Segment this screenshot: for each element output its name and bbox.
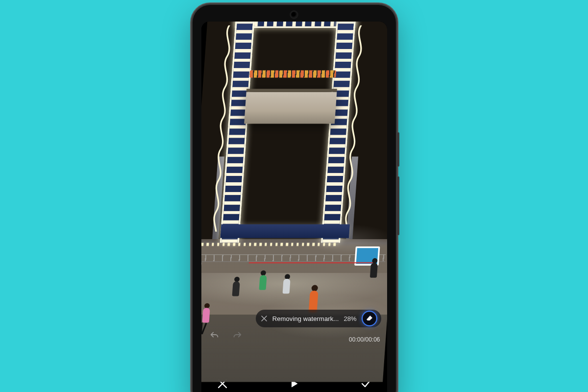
current-time: 00:00	[349, 336, 364, 343]
phone-camera	[291, 12, 297, 18]
stage: Removing watermark... 28%	[0, 0, 588, 392]
watermark-progress-toast: Removing watermark... 28%	[256, 310, 381, 327]
history-controls	[209, 329, 243, 342]
phone-frame: Removing watermark... 28%	[193, 5, 396, 392]
video-preview[interactable]: Removing watermark... 28%	[201, 22, 387, 369]
redo-button[interactable]	[232, 329, 243, 342]
toast-message: Removing watermark...	[272, 315, 339, 322]
total-time: 00:06	[365, 336, 380, 343]
video-content	[201, 22, 387, 382]
toast-progress: 28%	[343, 315, 356, 322]
app-screen: Removing watermark... 28%	[201, 22, 387, 392]
playback-time: 00:00/00:06	[349, 336, 380, 343]
undo-button[interactable]	[209, 329, 220, 342]
toast-close-icon[interactable]	[261, 315, 268, 322]
eraser-icon[interactable]	[362, 311, 377, 326]
